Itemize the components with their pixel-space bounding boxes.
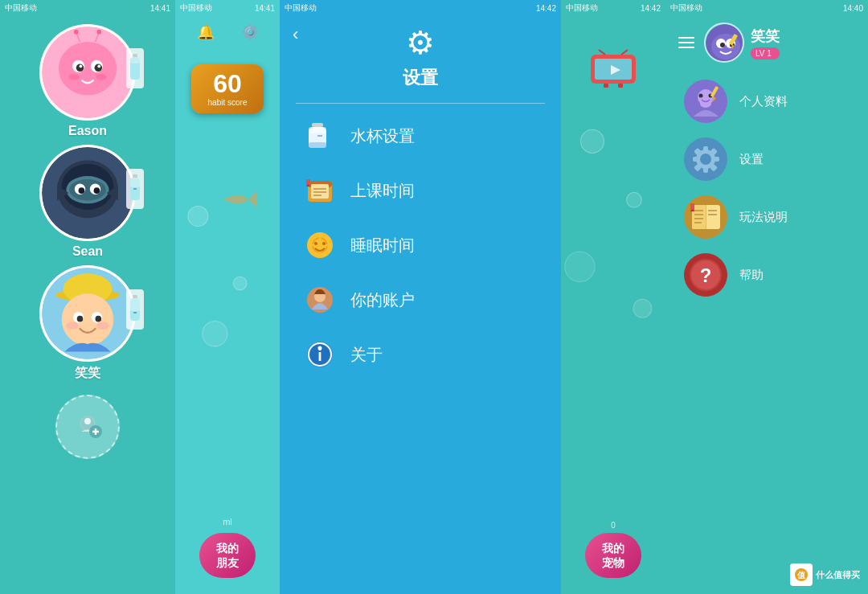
svg-point-81 (565, 252, 595, 281)
right-menu-help[interactable]: ? 帮助 (665, 251, 868, 299)
svg-point-12 (74, 30, 79, 35)
settings-title: 设置 (403, 66, 438, 90)
svg-point-101 (700, 100, 711, 108)
settings-divider (296, 103, 545, 104)
back-button[interactable]: ‹ (293, 24, 298, 45)
menu-item-water-cup[interactable]: 水杯设置 (293, 110, 548, 162)
avatar-eason[interactable] (39, 24, 136, 121)
panel-settings: 中国移动 14:42 ‹ ⚙ 设置 水杯设置 (280, 0, 561, 594)
svg-text:?: ? (699, 264, 711, 286)
svg-point-39 (96, 322, 108, 330)
add-profile-button[interactable] (55, 395, 120, 459)
panel-right: 中国移动 14:40 笑笑 (665, 0, 868, 594)
carrier-mid-right: 中国移动 (566, 2, 598, 14)
menu-item-sleep-time[interactable]: 睡眠时间 (293, 219, 548, 271)
svg-point-45 (84, 418, 91, 424)
profiles-list: Eason (0, 16, 175, 594)
status-bar-mid-left: 中国移动 14:41 (175, 0, 280, 16)
right-menu-profile[interactable]: 个人资料 (665, 77, 868, 125)
carrier-left: 中国移动 (5, 2, 37, 14)
right-header: 笑笑 LV 1 (665, 16, 868, 69)
right-avatar (704, 23, 744, 63)
profile-icon (682, 77, 730, 125)
svg-point-8 (68, 74, 79, 80)
class-time-icon (302, 173, 338, 208)
profile-eason[interactable]: Eason (39, 24, 136, 138)
habit-score-badge: 60 habit score (191, 64, 264, 113)
svg-rect-110 (703, 166, 708, 173)
svg-point-71 (314, 242, 317, 245)
svg-point-102 (698, 93, 702, 97)
svg-point-51 (203, 322, 227, 346)
svg-rect-59 (311, 184, 329, 199)
svg-point-72 (322, 242, 326, 245)
carrier-mid-left: 中国移动 (180, 2, 212, 14)
time-right: 14:40 (843, 4, 863, 13)
svg-rect-109 (703, 146, 708, 153)
panel-left: 中国移动 14:41 (0, 0, 175, 594)
settings-label: 设置 (739, 152, 764, 167)
sleep-time-label: 睡眠时间 (350, 235, 415, 256)
my-pet-button[interactable]: 我的宠物 (585, 533, 641, 578)
bottle-icon-xiaoxiao (126, 289, 144, 330)
account-label: 你的账户 (350, 289, 415, 311)
svg-rect-42 (130, 298, 140, 311)
time-settings: 14:42 (536, 4, 556, 13)
svg-point-24 (79, 187, 85, 194)
svg-point-80 (627, 192, 642, 207)
svg-rect-14 (133, 54, 137, 57)
svg-point-49 (188, 206, 208, 226)
help-label: 帮助 (739, 268, 764, 283)
profile-label: 个人资料 (739, 94, 788, 109)
avatar-sean[interactable] (39, 145, 136, 241)
svg-rect-16 (130, 57, 140, 63)
menu-item-account[interactable]: 你的账户 (293, 274, 548, 326)
svg-point-37 (96, 316, 102, 322)
avatar-xiaoxiao[interactable] (39, 265, 136, 362)
hamburger-menu[interactable] (675, 34, 698, 51)
habit-score-number: 60 (198, 71, 257, 96)
menu-item-about[interactable]: i 关于 (293, 329, 548, 380)
svg-point-50 (233, 277, 247, 290)
svg-text:值: 值 (796, 571, 806, 580)
bottle-icon-eason (126, 48, 144, 88)
svg-point-1 (59, 42, 117, 96)
svg-point-79 (580, 129, 604, 153)
settings-header: ‹ ⚙ 设置 (280, 16, 561, 96)
settings-icon (682, 135, 730, 183)
status-bar-right: 中国移动 14:40 (665, 0, 868, 16)
bottle-icon-sean (126, 169, 144, 209)
svg-rect-26 (133, 174, 137, 178)
right-menu-settings[interactable]: 设置 (665, 135, 868, 183)
svg-rect-54 (309, 127, 326, 133)
status-bar-settings: 中国移动 14:42 (280, 0, 561, 16)
right-menu-guide[interactable]: 玩法说明 (665, 193, 868, 241)
right-username: 笑笑 (751, 27, 780, 46)
svg-point-13 (96, 30, 101, 35)
menu-item-class-time[interactable]: 上课时间 (293, 165, 548, 216)
my-friend-button[interactable]: 我的朋友 (199, 533, 256, 578)
settings-gear-icon: ⚙ (406, 24, 435, 61)
watermark: 值 什么值得买 (790, 563, 860, 586)
svg-point-36 (77, 316, 84, 322)
level-badge: LV 1 (751, 47, 780, 59)
svg-point-9 (96, 74, 106, 80)
account-icon (302, 282, 338, 317)
carrier-right: 中国移动 (670, 2, 702, 14)
status-bar-left: 中国移动 14:41 (0, 0, 175, 16)
help-icon: ? (682, 251, 730, 299)
svg-point-7 (97, 65, 100, 68)
profile-xiaoxiao[interactable]: 笑笑 (39, 265, 136, 382)
about-label: 关于 (350, 344, 383, 366)
habit-score-label: habit score (198, 98, 257, 107)
svg-point-25 (94, 187, 100, 194)
profile-sean[interactable]: Sean (39, 145, 136, 259)
status-bar-mid-right: 中国移动 14:42 (561, 0, 665, 16)
panel-mid-left: 中国移动 14:41 🔔 ⚙️ 60 habit score ml 我的朋友 (175, 0, 280, 594)
water-cup-icon (302, 118, 338, 154)
svg-point-95 (720, 43, 725, 47)
svg-point-78 (318, 346, 322, 350)
profile-sean-name: Sean (72, 244, 103, 259)
bell-icon[interactable]: 🔔 (194, 21, 217, 43)
gear-icon-mid[interactable]: ⚙️ (239, 21, 261, 43)
